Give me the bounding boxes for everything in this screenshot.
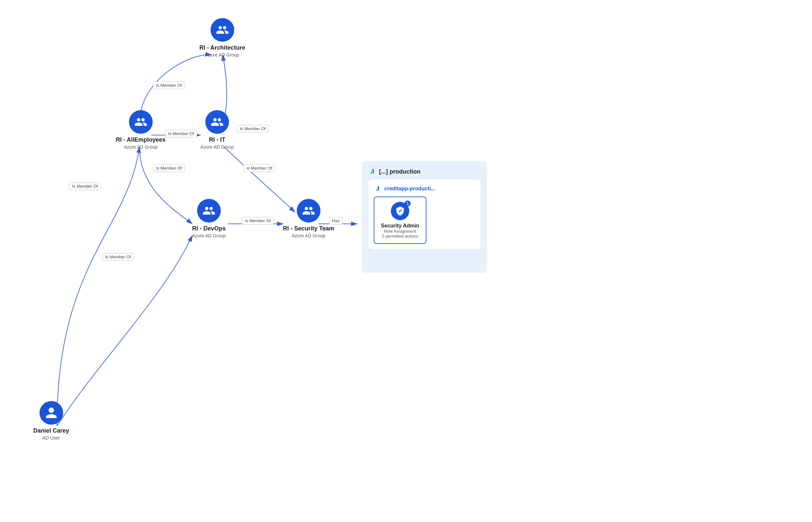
production-label: [...] production bbox=[379, 168, 421, 175]
security-admin-icon: 1 bbox=[391, 202, 409, 220]
architecture-name: RI - Architecture bbox=[199, 44, 245, 52]
daniel-type: AD User bbox=[42, 435, 60, 440]
creditapp-header: creditapp-producti... bbox=[374, 185, 435, 193]
production-inner: creditapp-producti... 1 Security Admin R… bbox=[368, 179, 480, 249]
architecture-type: Azure AD Group bbox=[206, 52, 239, 58]
edge-allemployees-it: Is Member Of bbox=[165, 130, 197, 137]
edge-has: Has bbox=[329, 217, 343, 224]
security-admin-subtitle1: Role Assignment bbox=[384, 229, 416, 234]
devops-type: Azure AD Group bbox=[192, 233, 226, 238]
edge-allemployees-architecture: Is Member Of bbox=[153, 82, 185, 89]
edge-it-architecture: Is Member Of bbox=[237, 125, 269, 133]
creditapp-azure-icon bbox=[374, 185, 382, 193]
azure-icon bbox=[368, 168, 376, 176]
node-allemployees: RI - AllEmployees Azure AD Group bbox=[116, 110, 166, 149]
node-securityteam: RI - Security Team Azure AD Group bbox=[283, 199, 334, 238]
creditapp-label: creditapp-producti... bbox=[384, 186, 435, 192]
node-architecture: RI - Architecture Azure AD Group bbox=[199, 18, 245, 58]
allemployees-name: RI - AllEmployees bbox=[116, 136, 166, 144]
edge-daniel-allemployees: Is Member Of bbox=[69, 182, 101, 190]
devops-icon bbox=[197, 199, 221, 223]
securityteam-name: RI - Security Team bbox=[283, 225, 334, 233]
edge-daniel-devops: Is Member Of bbox=[102, 253, 134, 261]
production-header: [...] production bbox=[368, 168, 480, 176]
architecture-icon bbox=[211, 18, 234, 42]
node-daniel: Daniel Carey AD User bbox=[33, 401, 69, 440]
security-admin-badge: 1 bbox=[405, 201, 411, 206]
production-container: [...] production creditapp-producti... 1… bbox=[362, 161, 487, 273]
security-admin-subtitle2: 5 permitted actions bbox=[382, 234, 418, 239]
it-name: RI - IT bbox=[209, 136, 225, 144]
allemployees-type: Azure AD Group bbox=[124, 144, 158, 149]
allemployees-icon bbox=[129, 110, 153, 134]
node-it: RI - IT Azure AD Group bbox=[200, 110, 234, 149]
node-devops: RI - DevOps Azure AD Group bbox=[192, 199, 226, 238]
edge-devops-securityteam: Is Member Of bbox=[242, 217, 274, 224]
edge-it-securityteam: Is Member Of bbox=[244, 164, 275, 172]
it-type: Azure AD Group bbox=[200, 144, 234, 149]
devops-name: RI - DevOps bbox=[192, 225, 226, 233]
it-icon bbox=[205, 110, 229, 134]
security-admin-box[interactable]: 1 Security Admin Role Assignment 5 permi… bbox=[374, 197, 426, 244]
daniel-icon bbox=[39, 401, 63, 425]
securityteam-icon bbox=[297, 199, 321, 223]
daniel-name: Daniel Carey bbox=[33, 427, 69, 435]
edge-allemployees-devops: Is Member Of bbox=[153, 164, 185, 172]
security-admin-title: Security Admin bbox=[381, 223, 420, 229]
securityteam-type: Azure AD Group bbox=[292, 233, 325, 238]
